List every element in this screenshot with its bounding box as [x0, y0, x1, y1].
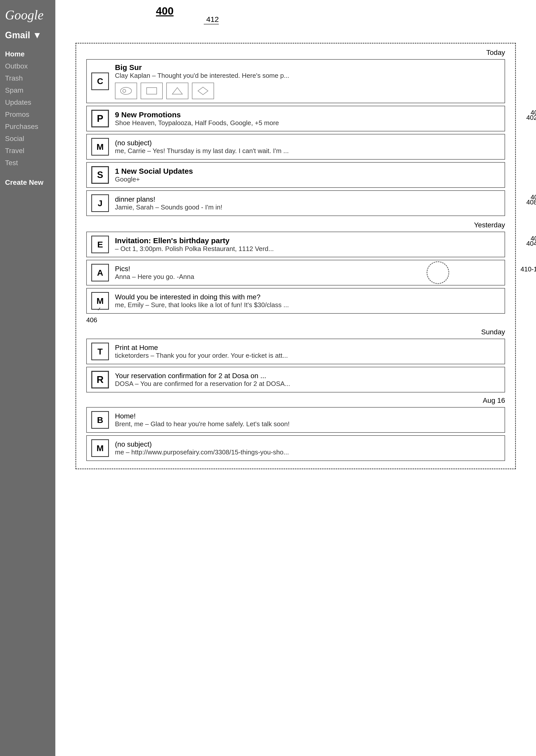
email-content: Print at Home ticketorders – Thank you f… [115, 343, 500, 359]
annotation-410-1: 410-1 [521, 265, 536, 273]
thumb-diamond [192, 83, 214, 99]
email-subject: dinner plans! [115, 195, 500, 203]
email-row[interactable]: M (no subject) me – http://www.purposefa… [86, 435, 505, 461]
thumb-oval [115, 83, 137, 99]
email-content: dinner plans! Jamie, Sarah – Sounds good… [115, 195, 500, 211]
arrow-412 [204, 24, 219, 24]
avatar-m1: M [91, 138, 109, 156]
email-preview: Shoe Heaven, Toypalooza, Half Foods, Goo… [115, 119, 500, 127]
email-subject: Home! [115, 412, 500, 420]
email-row[interactable]: S 1 New Social Updates Google+ [86, 162, 505, 188]
gmail-label[interactable]: Gmail ▼ [5, 30, 50, 41]
sidebar-item-updates[interactable]: Updates [5, 96, 50, 109]
email-row[interactable]: B Home! Brent, me – Glad to hear you're … [86, 407, 505, 433]
avatar-j: J [91, 194, 109, 212]
avatar-p: P [91, 110, 109, 127]
figure-number: 400 [156, 5, 174, 17]
email-content: (no subject) me – http://www.purposefair… [115, 440, 500, 456]
email-content: Invitation: Ellen's birthday party – Oct… [115, 236, 500, 253]
email-preview: DOSA – You are confirmed for a reservati… [115, 380, 500, 388]
sidebar-item-test[interactable]: Test [5, 157, 50, 169]
avatar-b: B [91, 411, 109, 429]
email-content: 1 New Social Updates Google+ [115, 167, 500, 183]
box-label-412: 412 [206, 15, 219, 24]
email-subject: Would you be interested in doing this wi… [115, 293, 500, 301]
email-subject: (no subject) [115, 440, 500, 449]
sidebar-item-outbox[interactable]: Outbox [5, 60, 50, 72]
email-preview: – Oct 1, 3:00pm. Polish Polka Restaurant… [115, 245, 500, 253]
email-subject: 9 New Promotions [115, 111, 500, 119]
avatar-m3: M [91, 439, 109, 457]
svg-point-1 [123, 90, 126, 92]
sidebar-item-travel[interactable]: Travel [5, 145, 50, 157]
date-yesterday: Yesterday [86, 221, 505, 229]
google-logo: Google [5, 8, 50, 22]
email-content: Your reservation confirmation for 2 at D… [115, 372, 500, 388]
email-row[interactable]: M (no subject) me, Carrie – Yes! Thursda… [86, 134, 505, 160]
svg-rect-2 [147, 88, 157, 94]
email-row[interactable]: J dinner plans! Jamie, Sarah – Sounds go… [86, 190, 505, 216]
svg-marker-3 [172, 88, 183, 94]
sidebar-item-home[interactable]: Home [5, 48, 50, 60]
avatar-s: S [91, 166, 109, 184]
sidebar-item-create-new[interactable]: Create New [5, 176, 50, 189]
email-row[interactable]: E Invitation: Ellen's birthday party – O… [86, 232, 505, 257]
email-subject: 1 New Social Updates [115, 167, 500, 175]
email-preview: Clay Kaplan – Thought you'd be intereste… [115, 72, 500, 80]
email-preview: Google+ [115, 175, 500, 183]
email-content: Home! Brent, me – Glad to hear you're ho… [115, 412, 500, 428]
annotation-408: 408 [526, 198, 536, 206]
email-content: 9 New Promotions Shoe Heaven, Toypalooza… [115, 111, 500, 127]
sidebar-item-trash[interactable]: Trash [5, 72, 50, 84]
avatar-a: A [91, 264, 109, 281]
email-row[interactable]: M ✓ Would you be interested in doing thi… [86, 288, 505, 314]
email-preview: me – http://www.purposefairy.com/3308/15… [115, 449, 500, 456]
avatar-r: R [91, 371, 109, 388]
email-preview: Brent, me – Glad to hear you're home saf… [115, 420, 500, 428]
email-subject: Print at Home [115, 343, 500, 352]
sidebar-item-purchases[interactable]: Purchases [5, 121, 50, 133]
sidebar: Google Gmail ▼ Home Outbox Trash Spam Up… [0, 0, 55, 756]
email-subject: Your reservation confirmation for 2 at D… [115, 372, 500, 380]
email-row[interactable]: P 9 New Promotions Shoe Heaven, Toypaloo… [86, 106, 505, 131]
sidebar-item-spam[interactable]: Spam [5, 84, 50, 96]
avatar-c: C [91, 73, 109, 90]
email-subject: Invitation: Ellen's birthday party [115, 236, 500, 245]
email-subject: Big Sur [115, 63, 500, 72]
svg-marker-4 [198, 87, 208, 95]
thumb-triangle [166, 83, 188, 99]
email-preview: Jamie, Sarah – Sounds good - I'm in! [115, 203, 500, 211]
avatar-e: E [91, 235, 109, 253]
email-content: (no subject) me, Carrie – Yes! Thursday … [115, 139, 500, 155]
email-row[interactable]: R Your reservation confirmation for 2 at… [86, 367, 505, 392]
attachments [115, 83, 500, 99]
email-row[interactable]: A Pics! Anna – Here you go. -Anna 410-1 [86, 260, 505, 285]
date-aug16: Aug 16 [86, 397, 505, 405]
thumb-rect [141, 83, 163, 99]
date-today: Today [86, 49, 505, 57]
email-preview: me, Carrie – Yes! Thursday is my last da… [115, 147, 500, 155]
email-row[interactable]: T Print at Home ticketorders – Thank you… [86, 339, 505, 364]
dashed-circle-indicator [426, 261, 449, 284]
annotation-406: 406 [86, 316, 505, 324]
main-content: 400 412 Today C Big Sur Clay Kaplan – Th… [55, 0, 536, 479]
date-sunday: Sunday [86, 328, 505, 336]
email-content: Would you be interested in doing this wi… [115, 293, 500, 309]
annotation-404: 404 [526, 240, 536, 247]
email-preview: me, Emily – Sure, that looks like a lot … [115, 301, 500, 309]
avatar-t: T [91, 342, 109, 360]
email-row[interactable]: C Big Sur Clay Kaplan – Thought you'd be… [86, 59, 505, 103]
annotation-402: 402 [526, 114, 536, 122]
email-container: Today C Big Sur Clay Kaplan – Thought yo… [76, 43, 516, 469]
sidebar-item-promos[interactable]: Promos [5, 109, 50, 121]
avatar-m2: M ✓ [91, 292, 109, 310]
email-subject: (no subject) [115, 139, 500, 147]
sidebar-item-social[interactable]: Social [5, 133, 50, 145]
email-preview: ticketorders – Thank you for your order.… [115, 352, 500, 359]
email-content: Big Sur Clay Kaplan – Thought you'd be i… [115, 63, 500, 99]
